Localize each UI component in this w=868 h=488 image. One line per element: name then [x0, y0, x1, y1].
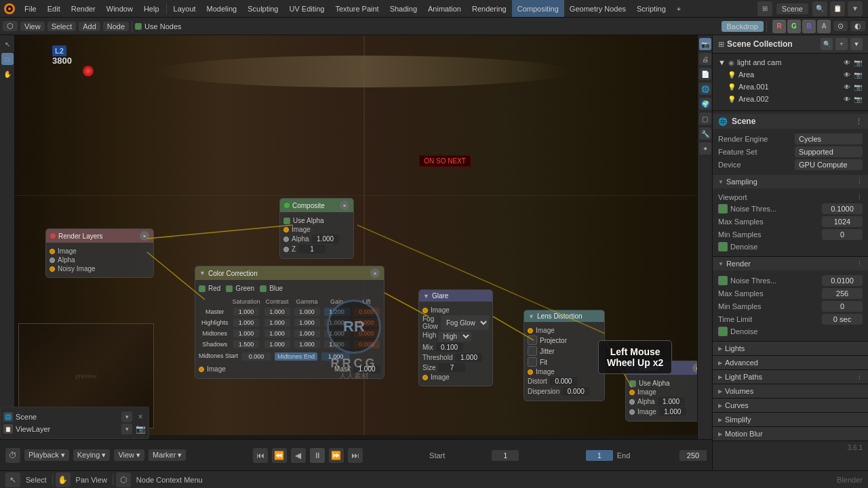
cc-master-sat[interactable]	[231, 307, 262, 317]
cursor-tool[interactable]: ↖	[1, 38, 14, 50]
noise-thresh-r-cb[interactable]	[718, 276, 728, 285]
pan-tool[interactable]: ✋	[1, 68, 14, 80]
tl-start-input[interactable]	[492, 450, 519, 461]
cc-collapse-btn[interactable]: ▼	[199, 270, 205, 277]
device-value[interactable]: GPU Compute	[795, 159, 863, 170]
cc-midtones-con-input[interactable]	[264, 329, 290, 338]
sc-item-light-cam[interactable]: ▼ ◉ light and cam 👁 📷	[715, 56, 865, 68]
advanced-header[interactable]: ▶ Advanced	[713, 356, 868, 369]
workspace-scripting[interactable]: Scripting	[631, 0, 671, 17]
zoom-btn[interactable]: ⊙	[833, 21, 848, 31]
sc-area002-eye[interactable]: 👁	[842, 94, 852, 104]
tl-end-input[interactable]	[679, 450, 707, 461]
comp-alpha-socket[interactable]	[283, 237, 289, 242]
rl-alpha-socket-out[interactable]	[50, 258, 55, 263]
min-samples-vp-value[interactable]: 0	[822, 229, 863, 240]
glare-node[interactable]: ▼ Glare Image Fog Glow Fog Glow High Hig…	[418, 289, 493, 386]
render-header[interactable]: ▼ Render ⋮	[713, 257, 868, 270]
menu-help[interactable]: Help	[138, 0, 165, 17]
noise-thresh-r-value[interactable]: 0.0100	[822, 275, 863, 286]
properties-object-icon[interactable]: ▢	[699, 113, 711, 125]
filter-icon[interactable]: ▼	[848, 1, 863, 16]
tl-current-frame-input[interactable]	[586, 450, 613, 461]
properties-render-icon[interactable]: 📷	[699, 38, 711, 50]
workspace-shading[interactable]: Shading	[384, 0, 422, 17]
cc-midtones-end-label[interactable]: Midtones End	[275, 352, 317, 361]
sc-add-icon[interactable]: +	[835, 38, 848, 50]
ld-jitter-cb[interactable]	[528, 346, 537, 356]
sc-item-area002[interactable]: 💡 Area.002 👁 📷	[725, 93, 865, 105]
node-btn[interactable]: Node	[103, 22, 129, 31]
use-nodes-checkbox[interactable]	[135, 23, 142, 30]
bottom-editor-icon[interactable]: ↖	[5, 472, 20, 487]
cc-green-cb[interactable]	[226, 285, 233, 292]
channel-g-btn[interactable]: G	[787, 20, 801, 33]
glare-type-select[interactable]: Fog Glow	[441, 315, 489, 330]
workspace-modeling[interactable]: Modeling	[201, 0, 243, 17]
glare-image-socket-out[interactable]	[422, 375, 428, 380]
sc-item-area001[interactable]: 💡 Area.001 👁 📷	[725, 81, 865, 93]
ld-image-socket-in[interactable]	[528, 328, 533, 333]
workspace-compositing[interactable]: Compositing	[512, 0, 564, 17]
cc-highlights-sat-input[interactable]	[233, 319, 259, 327]
channel-r-btn[interactable]: R	[772, 20, 786, 33]
render-layers-close[interactable]: ×	[140, 231, 149, 241]
sc-area-eye[interactable]: 👁	[842, 70, 852, 79]
max-samples-r-value[interactable]: 256	[822, 288, 863, 299]
cc-blue-cb[interactable]	[260, 285, 267, 292]
properties-view-layer-icon[interactable]: 📄	[699, 68, 711, 80]
glare-size-value[interactable]: 7	[438, 363, 465, 372]
min-samples-r-value[interactable]: 0	[822, 301, 863, 312]
ld-projector-cb[interactable]	[528, 336, 537, 345]
tl-prev-frame[interactable]: ⏪	[272, 448, 287, 463]
cc-highlights-con-input[interactable]	[264, 319, 290, 327]
backdrop-btn[interactable]: Backdrop	[722, 21, 764, 32]
menu-edit[interactable]: Edit	[42, 0, 66, 17]
workspace-texture-paint[interactable]: Texture Paint	[330, 0, 384, 17]
viewer-use-alpha-cb[interactable]	[629, 380, 636, 387]
cc-close[interactable]: ×	[370, 268, 380, 278]
lens-distortion-node[interactable]: ▼ Lens Distortion Image Projector Jitter…	[524, 310, 605, 401]
feature-set-value[interactable]: Supported	[795, 146, 863, 157]
use-nodes-toggle[interactable]: Use Nodes	[135, 22, 181, 30]
sc-area001-render[interactable]: 📷	[853, 82, 863, 92]
viewport-icon[interactable]: ⊞	[757, 1, 772, 16]
properties-modifier-icon[interactable]: 🔧	[699, 127, 711, 140]
workspace-uv-editing[interactable]: UV Editing	[283, 0, 330, 17]
rl-image-socket-out[interactable]	[50, 249, 55, 254]
workspace-sculpting[interactable]: Sculpting	[242, 0, 283, 17]
svl-scene-close[interactable]: ×	[135, 411, 146, 422]
cc-red-cb[interactable]	[199, 285, 205, 292]
sc-area001-eye[interactable]: 👁	[842, 82, 852, 92]
cc-midtones-sat-input[interactable]	[233, 329, 259, 338]
ld-fit-cb[interactable]	[528, 357, 537, 367]
cc-master-gam-input[interactable]	[294, 308, 320, 316]
comp-z-socket[interactable]	[283, 247, 289, 252]
channel-a-btn[interactable]: A	[817, 20, 831, 33]
tl-view-dropdown[interactable]: View ▾	[114, 449, 144, 461]
time-limit-value[interactable]: 0 sec	[822, 314, 863, 325]
workspace-layout[interactable]: Layout	[168, 0, 201, 17]
volumes-header[interactable]: ▶ Volumes	[713, 384, 868, 398]
glare-mix-value[interactable]: 0.100	[436, 343, 463, 352]
render-layers-node[interactable]: Render Layers × Image Alpha Noisy Image	[45, 228, 154, 278]
denoise-r-cb[interactable]	[718, 327, 728, 336]
render-engine-value[interactable]: Cycles	[795, 134, 863, 144]
composite-use-alpha-cb[interactable]	[283, 218, 290, 224]
simplify-header[interactable]: ▶ Simplify	[713, 413, 868, 426]
playback-dropdown[interactable]: Playback ▾	[24, 449, 69, 461]
cc-master-con-input[interactable]	[264, 308, 290, 316]
workspace-animation[interactable]: Animation	[422, 0, 467, 17]
sc-filter-icon[interactable]: ▼	[850, 38, 863, 50]
ld-collapse[interactable]: ▼	[528, 313, 534, 320]
ld-dispersion-value[interactable]: 0.000	[562, 387, 589, 396]
keying-dropdown[interactable]: Keying ▾	[73, 449, 111, 461]
menu-file[interactable]: File	[19, 0, 42, 17]
node-select-tool[interactable]: □	[1, 53, 14, 65]
bottom-hand-icon[interactable]: ✋	[56, 472, 71, 487]
display-btn[interactable]: ◐	[850, 21, 865, 31]
main-compositing-area[interactable]: ON SO NEXT preview L2 3800	[15, 35, 712, 435]
tl-next-frame[interactable]: ⏩	[329, 448, 344, 463]
menu-window[interactable]: Window	[101, 0, 138, 17]
view-btn[interactable]: View	[20, 22, 45, 31]
